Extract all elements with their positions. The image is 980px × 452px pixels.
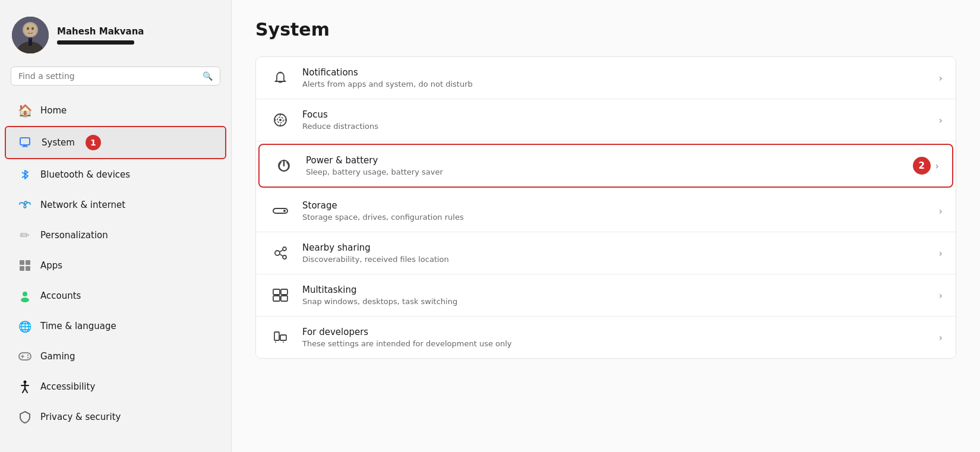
developers-name: For developers [302,327,932,337]
svg-point-16 [23,292,27,296]
apps-icon [18,258,32,273]
power-icon [273,154,295,177]
developers-icon [269,326,292,349]
settings-list: Notifications Alerts from apps and syste… [255,56,956,359]
svg-line-44 [280,254,283,256]
sidebar-item-privacy[interactable]: Privacy & security [5,402,226,432]
svg-rect-8 [20,138,30,145]
sidebar-item-bluetooth-label: Bluetooth & devices [40,169,130,180]
bluetooth-icon [18,167,32,182]
power-text: Power & battery Sleep, battery usage, ba… [306,155,905,176]
developers-text: For developers These settings are intend… [302,327,932,348]
sidebar-item-apps[interactable]: Apps [5,251,226,280]
setting-focus[interactable]: Focus Reduce distractions › [256,99,956,141]
search-box[interactable]: 🔍 [11,67,220,86]
sidebar-item-network[interactable]: Network & internet [5,190,226,220]
user-status-bar [57,40,134,45]
nearby-icon [269,242,292,264]
sidebar-item-gaming[interactable]: Gaming [5,342,226,371]
sidebar: Mahesh Makvana 🔍 🏠 Home System 1 [0,0,232,452]
svg-rect-50 [280,335,286,340]
sidebar-item-accessibility-label: Accessibility [40,381,95,392]
svg-rect-14 [20,266,24,271]
notifications-chevron: › [939,72,943,84]
svg-point-31 [279,119,282,121]
svg-rect-49 [274,332,279,340]
svg-point-42 [283,255,286,259]
sidebar-item-accounts-label: Accounts [40,290,81,301]
svg-point-41 [283,247,286,251]
sidebar-item-personalization-label: Personalization [40,230,108,241]
setting-power[interactable]: Power & battery Sleep, battery usage, ba… [258,144,953,188]
search-icon: 🔍 [203,71,213,81]
svg-rect-47 [273,296,280,301]
accounts-icon [18,289,32,303]
focus-text: Focus Reduce distractions [302,109,932,131]
focus-icon [269,109,292,131]
svg-rect-9 [23,145,27,146]
sidebar-item-gaming-label: Gaming [40,351,75,362]
storage-desc: Storage space, drives, configuration rul… [302,213,932,222]
developers-chevron: › [939,332,943,343]
sidebar-item-time-label: Time & language [40,321,116,331]
focus-desc: Reduce distractions [302,122,932,131]
sidebar-item-personalization[interactable]: ✏️ Personalization [5,220,226,250]
setting-nearby[interactable]: Nearby sharing Discoverability, received… [256,232,956,274]
network-icon [18,198,32,212]
sidebar-item-home[interactable]: 🏠 Home [5,96,226,125]
avatar [12,17,49,53]
step-2-badge: 2 [913,157,931,175]
notifications-icon [269,67,292,89]
sidebar-item-accessibility[interactable]: Accessibility [5,372,226,402]
svg-rect-48 [281,296,287,301]
svg-line-27 [25,388,27,393]
svg-point-28 [280,72,282,74]
multitasking-text: Multitasking Snap windows, desktops, tas… [302,285,932,306]
user-name: Mahesh Makvana [57,26,144,37]
search-input[interactable] [18,71,198,81]
power-chevron: › [935,160,939,172]
notifications-desc: Alerts from apps and system, do not dist… [302,80,932,88]
developers-desc: These settings are intended for developm… [302,339,932,348]
svg-point-17 [21,298,29,302]
sidebar-item-accounts[interactable]: Accounts [5,281,226,311]
setting-notifications[interactable]: Notifications Alerts from apps and syste… [256,57,956,99]
multitasking-desc: Snap windows, desktops, task switching [302,297,932,306]
storage-icon [269,200,292,222]
nearby-name: Nearby sharing [302,242,932,253]
user-section: Mahesh Makvana [0,11,231,67]
notifications-text: Notifications Alerts from apps and syste… [302,67,932,88]
svg-point-5 [31,27,34,30]
multitasking-chevron: › [939,290,943,301]
svg-line-43 [280,250,283,252]
sidebar-item-bluetooth[interactable]: Bluetooth & devices [5,160,226,189]
svg-point-11 [24,204,26,206]
privacy-icon [18,410,32,424]
svg-point-40 [275,251,280,255]
svg-line-26 [23,388,25,393]
sidebar-item-system-label: System [42,137,75,148]
multitasking-name: Multitasking [302,285,932,295]
sidebar-item-home-label: Home [40,105,67,116]
sidebar-item-privacy-label: Privacy & security [40,412,121,422]
power-name: Power & battery [306,155,905,166]
svg-rect-45 [273,289,280,295]
system-icon [19,135,33,150]
gaming-icon [18,349,32,364]
nearby-desc: Discoverability, received files location [302,255,932,264]
sidebar-item-network-label: Network & internet [40,200,125,210]
sidebar-item-system[interactable]: System 1 [5,126,226,159]
sidebar-nav: 🏠 Home System 1 [0,95,231,432]
focus-chevron: › [939,115,943,126]
setting-developers[interactable]: For developers These settings are intend… [256,317,956,358]
setting-storage[interactable]: Storage Storage space, drives, configura… [256,190,956,232]
page-title: System [255,19,956,40]
sidebar-item-apps-label: Apps [40,260,62,271]
setting-multitasking[interactable]: Multitasking Snap windows, desktops, tas… [256,274,956,317]
time-icon: 🌐 [18,319,32,333]
nearby-text: Nearby sharing Discoverability, received… [302,242,932,264]
sidebar-item-time[interactable]: 🌐 Time & language [5,311,226,341]
nearby-chevron: › [939,248,943,259]
storage-text: Storage Storage space, drives, configura… [302,200,932,222]
storage-chevron: › [939,206,943,217]
